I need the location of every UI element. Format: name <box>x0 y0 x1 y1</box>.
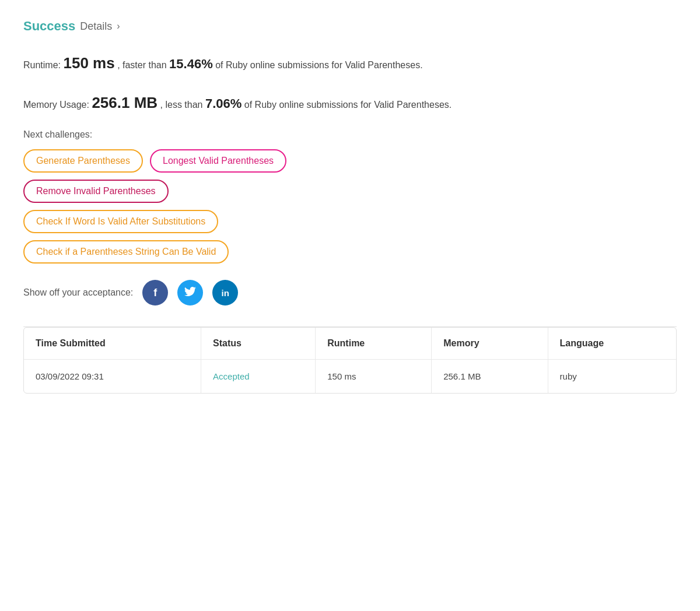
facebook-icon: f <box>153 287 157 299</box>
details-link[interactable]: Details <box>80 20 112 33</box>
cell-language: ruby <box>548 360 676 394</box>
memory-suffix: of Ruby online submissions for Valid Par… <box>244 100 452 110</box>
cell-time: 03/09/2022 09:31 <box>24 360 201 394</box>
challenge-generate-parentheses[interactable]: Generate Parentheses <box>23 149 143 173</box>
social-section: Show off your acceptance: f in <box>23 280 677 306</box>
cell-runtime: 150 ms <box>316 360 432 394</box>
col-time-submitted: Time Submitted <box>24 328 201 360</box>
col-memory: Memory <box>432 328 548 360</box>
linkedin-button[interactable]: in <box>212 280 238 306</box>
challenges-row-2: Remove Invalid Parentheses <box>23 180 677 203</box>
runtime-comparison: , faster than <box>117 60 167 70</box>
runtime-value: 150 ms <box>63 54 114 72</box>
submissions-table-wrapper: Time Submitted Status Runtime Memory Lan… <box>23 327 677 394</box>
memory-section: Memory Usage: 256.1 MB , less than 7.06%… <box>23 90 677 115</box>
breadcrumb: Success Details › <box>23 19 677 34</box>
cell-memory: 256.1 MB <box>432 360 548 394</box>
table-header: Time Submitted Status Runtime Memory Lan… <box>24 328 676 360</box>
submissions-table: Time Submitted Status Runtime Memory Lan… <box>24 328 676 393</box>
challenges-row-4: Check if a Parentheses String Can Be Val… <box>23 240 677 264</box>
linkedin-icon: in <box>222 288 229 298</box>
status-accepted: Accepted <box>213 371 250 381</box>
social-label: Show off your acceptance: <box>23 287 133 298</box>
next-challenges-label: Next challenges: <box>23 129 677 140</box>
runtime-label: Runtime: <box>23 60 61 70</box>
challenge-longest-valid[interactable]: Longest Valid Parentheses <box>150 149 286 173</box>
runtime-pct: 15.46% <box>169 57 213 71</box>
cell-status: Accepted <box>201 360 316 394</box>
challenge-remove-invalid[interactable]: Remove Invalid Parentheses <box>23 180 169 203</box>
challenges-grid: Generate Parentheses Longest Valid Paren… <box>23 149 677 264</box>
col-runtime: Runtime <box>316 328 432 360</box>
chevron-icon: › <box>117 21 120 31</box>
memory-comparison: , less than <box>160 100 203 110</box>
facebook-button[interactable]: f <box>142 280 168 306</box>
runtime-section: Runtime: 150 ms , faster than 15.46% of … <box>23 50 677 76</box>
table-body: 03/09/2022 09:31 Accepted 150 ms 256.1 M… <box>24 360 676 394</box>
memory-label: Memory Usage: <box>23 100 89 110</box>
col-status: Status <box>201 328 316 360</box>
success-label: Success <box>23 19 75 34</box>
memory-pct: 7.06% <box>205 96 242 111</box>
twitter-button[interactable] <box>177 280 203 306</box>
challenges-row-3: Check If Word Is Valid After Substitutio… <box>23 210 677 233</box>
challenge-check-string[interactable]: Check if a Parentheses String Can Be Val… <box>23 240 229 264</box>
twitter-icon <box>184 287 196 299</box>
challenges-row-1: Generate Parentheses Longest Valid Paren… <box>23 149 677 173</box>
runtime-suffix: of Ruby online submissions for Valid Par… <box>215 60 422 70</box>
table-row: 03/09/2022 09:31 Accepted 150 ms 256.1 M… <box>24 360 676 394</box>
col-language: Language <box>548 328 676 360</box>
challenge-check-word[interactable]: Check If Word Is Valid After Substitutio… <box>23 210 218 233</box>
memory-value: 256.1 MB <box>92 94 158 111</box>
